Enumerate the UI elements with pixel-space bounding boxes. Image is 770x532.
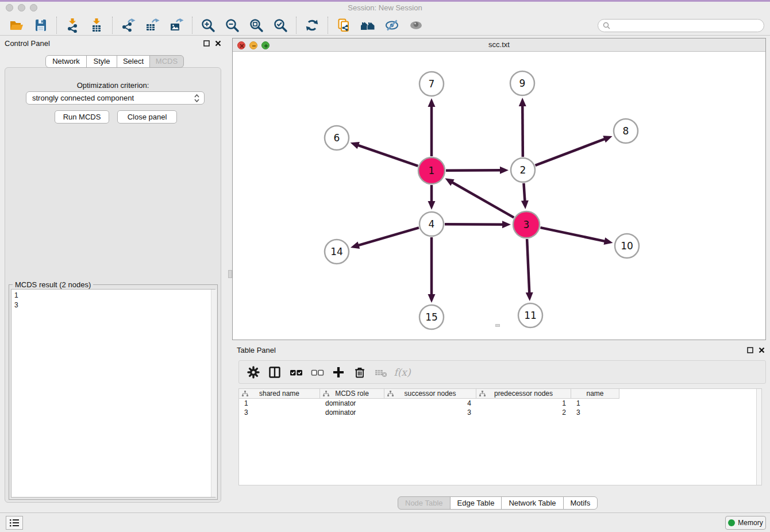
network-close-icon[interactable] bbox=[237, 41, 245, 49]
titlebar: Session: New Session bbox=[0, 2, 770, 15]
splitter-handle[interactable] bbox=[228, 270, 232, 278]
edge-4-14[interactable] bbox=[357, 228, 419, 245]
tab-node-table[interactable]: Node Table bbox=[398, 496, 451, 510]
cell-name[interactable]: 3 bbox=[571, 408, 619, 417]
tab-network-table[interactable]: Network Table bbox=[501, 496, 563, 510]
zoom-selected-icon[interactable] bbox=[272, 17, 289, 34]
column-layout-icon[interactable] bbox=[266, 364, 283, 381]
memory-button[interactable]: Memory bbox=[725, 516, 766, 530]
search-input[interactable] bbox=[598, 19, 764, 32]
float-table-panel-icon[interactable] bbox=[746, 346, 754, 354]
network-canvas[interactable]: 1234678910111415 bbox=[233, 52, 765, 340]
cell-predecessor-nodes[interactable]: 2 bbox=[476, 408, 571, 417]
settings-gear-icon[interactable] bbox=[245, 364, 262, 381]
cell-mcds-role[interactable]: dominator bbox=[320, 399, 384, 408]
run-mcds-button[interactable]: Run MCDS bbox=[55, 110, 109, 124]
table-header-row: shared nameMCDS rolesuccessor nodesprede… bbox=[239, 389, 619, 399]
network-window-titlebar[interactable]: scc.txt bbox=[233, 38, 765, 52]
status-bar: Memory bbox=[0, 512, 770, 532]
toolbar-separator bbox=[112, 17, 113, 34]
clone-network-icon[interactable] bbox=[335, 17, 352, 34]
edge-arrow-1-4 bbox=[428, 201, 436, 210]
graph-node-label-7: 7 bbox=[429, 78, 435, 90]
network-overview-icon[interactable] bbox=[359, 17, 376, 34]
column-header-name[interactable]: name bbox=[571, 389, 619, 399]
network-scroll-handle[interactable] bbox=[495, 324, 500, 327]
network-window-title: scc.txt bbox=[233, 38, 765, 51]
birdseye-view-icon[interactable] bbox=[407, 17, 425, 34]
export-image-icon[interactable] bbox=[168, 17, 185, 34]
table-panel-header: Table Panel bbox=[232, 342, 770, 357]
add-column-icon[interactable] bbox=[330, 364, 347, 381]
import-network-icon[interactable] bbox=[64, 17, 81, 34]
mcds-result-text[interactable]: 1 3 bbox=[11, 289, 215, 498]
cell-name[interactable]: 1 bbox=[571, 399, 619, 408]
network-minimize-icon[interactable] bbox=[249, 41, 257, 49]
cell-successor-nodes[interactable]: 3 bbox=[384, 408, 476, 417]
delete-table-icon bbox=[372, 364, 390, 381]
edge-1-6[interactable] bbox=[357, 145, 418, 166]
deselect-all-icon[interactable] bbox=[309, 364, 326, 381]
zoom-out-icon[interactable] bbox=[224, 17, 241, 34]
result-scrollbar[interactable] bbox=[211, 290, 217, 497]
graph-node-label-2: 2 bbox=[520, 164, 526, 176]
select-all-icon[interactable] bbox=[287, 364, 305, 381]
node-table[interactable]: shared nameMCDS rolesuccessor nodesprede… bbox=[238, 388, 762, 485]
table-row[interactable]: 3dominator323 bbox=[239, 408, 619, 417]
table-row[interactable]: 1dominator411 bbox=[239, 399, 619, 408]
tab-edge-table[interactable]: Edge Table bbox=[450, 496, 502, 510]
tab-mcds[interactable]: MCDS bbox=[149, 55, 184, 68]
float-panel-icon[interactable] bbox=[202, 39, 210, 47]
edge-2-9[interactable] bbox=[522, 105, 523, 157]
apply-layout-icon[interactable] bbox=[303, 17, 321, 34]
export-table-icon[interactable] bbox=[144, 17, 161, 34]
close-table-panel-icon[interactable] bbox=[757, 346, 765, 354]
delete-column-icon[interactable] bbox=[351, 364, 368, 381]
toolbar-separator bbox=[296, 17, 297, 34]
cell-predecessor-nodes[interactable]: 1 bbox=[476, 399, 571, 408]
tab-style[interactable]: Style bbox=[86, 55, 117, 68]
tab-network[interactable]: Network bbox=[45, 55, 87, 68]
close-window-button[interactable] bbox=[6, 4, 13, 11]
graph-node-label-4: 4 bbox=[429, 218, 435, 230]
network-maximize-icon[interactable] bbox=[261, 41, 270, 49]
cell-shared-name[interactable]: 1 bbox=[239, 399, 320, 408]
import-table-icon[interactable] bbox=[88, 17, 105, 34]
tab-motifs[interactable]: Motifs bbox=[563, 496, 598, 510]
maximize-window-button[interactable] bbox=[30, 4, 37, 11]
criterion-select[interactable]: strongly connected component bbox=[26, 91, 205, 105]
window-title: Session: New Session bbox=[0, 2, 770, 14]
edge-3-1[interactable] bbox=[451, 182, 514, 217]
column-header-predecessor-nodes[interactable]: predecessor nodes bbox=[476, 389, 571, 399]
edge-4-3[interactable] bbox=[445, 224, 504, 225]
edge-arrow-4-14 bbox=[351, 242, 360, 249]
close-panel-icon[interactable] bbox=[214, 39, 222, 47]
graph-node-label-11: 11 bbox=[524, 310, 537, 321]
network-graph[interactable]: 1234678910111415 bbox=[233, 52, 765, 340]
edge-arrow-1-6 bbox=[351, 142, 360, 149]
open-file-icon[interactable] bbox=[8, 17, 25, 34]
edge-2-3[interactable] bbox=[523, 183, 525, 202]
column-header-successor-nodes[interactable]: successor nodes bbox=[384, 389, 476, 399]
edge-2-8[interactable] bbox=[536, 138, 606, 165]
minimize-window-button[interactable] bbox=[18, 4, 25, 11]
cell-successor-nodes[interactable]: 4 bbox=[384, 399, 476, 408]
close-panel-button[interactable]: Close panel bbox=[117, 110, 177, 124]
hide-graphics-details-icon[interactable] bbox=[383, 17, 401, 34]
table-scrollbar[interactable] bbox=[756, 389, 761, 485]
edge-3-11[interactable] bbox=[527, 239, 529, 294]
save-icon[interactable] bbox=[32, 17, 49, 34]
column-header-mcds-role[interactable]: MCDS role bbox=[320, 389, 384, 399]
tab-select[interactable]: Select bbox=[117, 55, 150, 68]
cell-shared-name[interactable]: 3 bbox=[239, 408, 320, 417]
edge-3-10[interactable] bbox=[540, 228, 606, 241]
edge-1-2[interactable] bbox=[446, 170, 502, 171]
column-tree-icon bbox=[242, 391, 248, 397]
cell-mcds-role[interactable]: dominator bbox=[320, 408, 384, 417]
zoom-fit-icon[interactable] bbox=[248, 17, 265, 34]
select-stepper-icon bbox=[193, 93, 201, 103]
export-network-icon[interactable] bbox=[120, 17, 137, 34]
task-history-button[interactable] bbox=[6, 516, 23, 530]
column-header-shared-name[interactable]: shared name bbox=[239, 389, 320, 399]
zoom-in-icon[interactable] bbox=[199, 17, 217, 34]
